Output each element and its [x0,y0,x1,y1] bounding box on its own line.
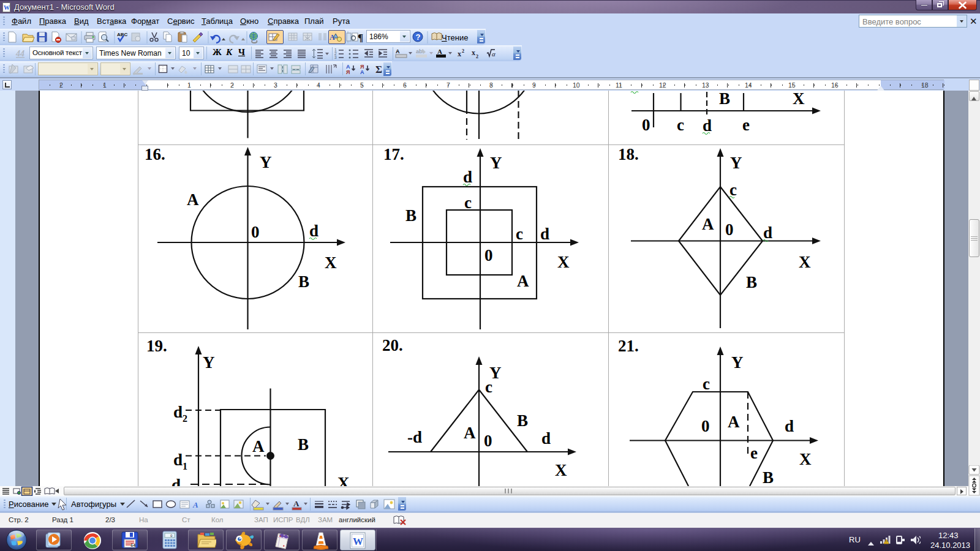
svg-text:B: B [405,206,417,225]
svg-text:0: 0 [251,223,260,241]
svg-text:A: A [192,500,198,509]
svg-text:20.: 20. [382,336,403,354]
svg-text:16.: 16. [145,145,165,163]
svg-text:c: c [703,375,710,393]
svg-text:d: d [703,116,712,135]
svg-text:d2: d2 [173,403,187,424]
svg-text:X: X [337,474,350,486]
svg-text:B: B [298,272,309,291]
svg-text:44: 44 [15,49,24,58]
svg-text:!: ! [886,540,887,544]
svg-text:A: A [517,272,529,290]
svg-text:3: 3 [334,55,337,59]
svg-text:-d: -d [407,428,422,446]
svg-text:21.: 21. [618,337,639,355]
svg-text:d: d [785,417,794,435]
svg-text:2: 2 [462,48,464,54]
svg-text:64: 64 [130,543,135,548]
svg-text:А: А [360,69,364,75]
svg-text:A: A [293,499,300,508]
svg-text:d1: d1 [173,451,187,471]
svg-text:Σ: Σ [375,64,382,75]
svg-text:Я: Я [346,69,350,75]
svg-text:d: d [463,168,472,186]
svg-text:0: 0 [170,534,173,538]
svg-text:A: A [396,48,400,54]
svg-text:X: X [555,461,567,479]
svg-text:B: B [517,411,528,430]
svg-text:c: c [516,225,523,243]
svg-text:W: W [353,536,363,547]
svg-text:X: X [325,253,337,272]
svg-text:c: c [464,193,472,212]
svg-text:17.: 17. [383,145,404,163]
svg-text:d: d [309,222,318,240]
svg-text:18.: 18. [618,145,639,163]
svg-text:A: A [464,424,476,442]
svg-text:A: A [187,190,199,209]
svg-text:2: 2 [476,54,478,59]
svg-text:X: X [557,253,570,271]
svg-text:X: X [799,253,811,271]
svg-text:B: B [298,435,309,454]
svg-text:x: x [458,50,461,58]
svg-text:0: 0 [725,220,734,239]
svg-text:A: A [252,437,265,455]
svg-text:X: X [793,91,805,108]
svg-text:e: e [750,444,758,462]
svg-text:d: d [763,223,772,242]
svg-text:A: A [702,215,714,233]
svg-text:c: c [677,116,684,134]
svg-text:e: e [742,116,750,134]
svg-text:A: A [728,413,740,431]
svg-text:0: 0 [642,116,650,134]
svg-text:B: B [719,91,730,108]
svg-text:Y: Y [490,154,502,172]
svg-text:?: ? [416,32,421,42]
svg-text:d: d [172,476,181,486]
svg-text:0: 0 [484,246,493,264]
svg-text:Y: Y [203,353,215,372]
svg-text:c: c [485,378,492,396]
svg-text:Y: Y [731,353,744,372]
svg-text:x: x [472,48,475,57]
svg-text:¶: ¶ [358,32,363,43]
svg-text:d: d [540,225,549,243]
svg-text:Y: Y [730,154,742,172]
svg-text:α: α [492,50,496,58]
svg-text:19.: 19. [146,337,167,355]
svg-text:d: d [541,429,551,448]
svg-text:0: 0 [701,417,710,435]
svg-text:X: X [799,450,812,468]
svg-text:B: B [763,468,774,486]
svg-text:A: A [437,48,442,55]
svg-text:0: 0 [484,432,492,450]
svg-text:Y: Y [260,153,272,171]
svg-text:B: B [746,273,757,291]
